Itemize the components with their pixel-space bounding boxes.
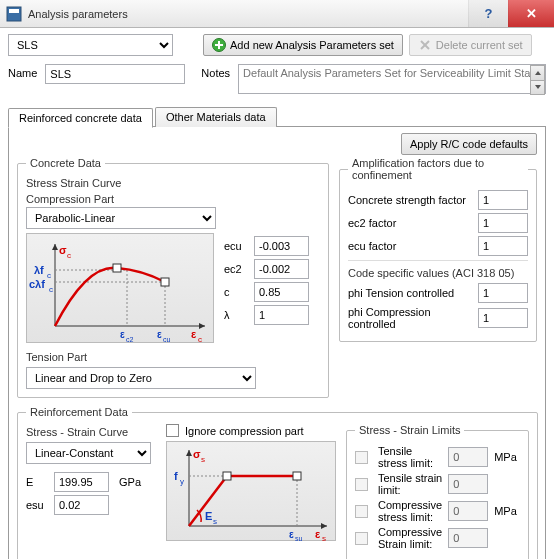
ec2f-label: ec2 factor: [348, 217, 478, 229]
svg-text:ε: ε: [120, 329, 125, 340]
tension-model-select[interactable]: Linear and Drop to Zero: [26, 367, 256, 389]
svg-marker-8: [199, 323, 205, 329]
reinf-ssc-label: Stress - Strain Curve: [26, 426, 156, 438]
svg-text:c: c: [67, 251, 71, 260]
ecuf-input[interactable]: [478, 236, 528, 256]
ec2-input[interactable]: [254, 259, 309, 279]
svg-text:s: s: [213, 517, 217, 526]
tsl-label: Tensile stress limit:: [378, 445, 442, 469]
svg-text:cu: cu: [163, 336, 171, 343]
svg-text:c: c: [198, 335, 202, 344]
delete-icon: [418, 38, 432, 52]
concrete-data-group: Concrete Data Stress Strain Curve Compre…: [17, 157, 329, 398]
esu-input[interactable]: [54, 495, 109, 515]
concrete-compression-chart: σc λfc cλfc εc2 εcu εc: [26, 233, 214, 343]
cel-checkbox[interactable]: [355, 532, 368, 545]
csl-checkbox[interactable]: [355, 505, 368, 518]
svg-text:c: c: [47, 271, 51, 280]
compression-part-label: Compression Part: [26, 193, 224, 205]
phi-t-input[interactable]: [478, 283, 528, 303]
window-title: Analysis parameters: [28, 8, 128, 20]
tension-part-label: Tension Part: [26, 351, 320, 363]
svg-text:c: c: [49, 285, 53, 294]
phi-c-label: phi Compression controlled: [348, 306, 478, 330]
plus-icon: [212, 38, 226, 52]
spin-down-icon[interactable]: [530, 81, 545, 96]
apply-defaults-button[interactable]: Apply R/C code defaults: [401, 133, 537, 155]
ecu-input[interactable]: [254, 236, 309, 256]
phi-c-input[interactable]: [478, 308, 528, 328]
amplification-legend: Amplification factors due to confinement: [348, 157, 528, 181]
phi-t-label: phi Tension controlled: [348, 287, 478, 299]
tab-other-materials[interactable]: Other Materials data: [155, 107, 277, 127]
stress-limits-legend: Stress - Strain Limits: [355, 424, 464, 436]
svg-text:su: su: [295, 535, 303, 542]
ec2-label: ec2: [224, 263, 248, 275]
reinforcement-group: Reinforcement Data Stress - Strain Curve…: [17, 406, 538, 559]
stress-strain-curve-label: Stress Strain Curve: [26, 177, 320, 189]
ecu-label: ecu: [224, 240, 248, 252]
csl-input: [448, 501, 488, 521]
svg-marker-32: [186, 450, 192, 456]
spin-up-icon[interactable]: [530, 65, 545, 81]
reinforcement-legend: Reinforcement Data: [26, 406, 132, 418]
amplification-group: Amplification factors due to confinement…: [339, 157, 537, 342]
close-button[interactable]: ✕: [508, 0, 554, 27]
toolbar: SLS Add new Analysis Parameters set Dele…: [8, 34, 546, 56]
add-parameters-set-button[interactable]: Add new Analysis Parameters set: [203, 34, 403, 56]
name-input[interactable]: [45, 64, 185, 84]
svg-text:ε: ε: [191, 328, 197, 340]
ignore-compression-checkbox[interactable]: [166, 424, 179, 437]
name-label: Name: [8, 64, 37, 79]
concrete-data-legend: Concrete Data: [26, 157, 105, 169]
code-values-label: Code specific values (ACI 318 05): [348, 267, 528, 279]
svg-rect-15: [113, 264, 121, 272]
svg-text:c2: c2: [126, 336, 134, 343]
svg-rect-35: [223, 472, 231, 480]
tsl-input: [448, 447, 488, 467]
svg-text:E: E: [205, 510, 212, 522]
E-input[interactable]: [54, 472, 109, 492]
svg-text:λf: λf: [34, 264, 44, 276]
svg-marker-10: [52, 244, 58, 250]
notes-spin[interactable]: [530, 65, 545, 95]
svg-marker-30: [321, 523, 327, 529]
csl-unit: MPa: [494, 505, 520, 517]
svg-text:cλf: cλf: [29, 278, 45, 290]
svg-rect-16: [161, 278, 169, 286]
csf-input[interactable]: [478, 190, 528, 210]
reinf-model-select[interactable]: Linear-Constant: [26, 442, 151, 464]
app-icon: [6, 6, 22, 22]
tel-label: Tensile strain limit:: [378, 472, 442, 496]
notes-area: Default Analysis Parameters Set for Serv…: [238, 64, 546, 96]
cel-input: [448, 528, 488, 548]
reinforcement-chart: σs fy Es εsu εs: [166, 441, 336, 541]
c-label: c: [224, 286, 248, 298]
tsl-unit: MPa: [494, 451, 520, 463]
tel-checkbox[interactable]: [355, 478, 368, 491]
tsl-checkbox[interactable]: [355, 451, 368, 464]
svg-text:s: s: [201, 455, 205, 464]
svg-rect-1: [9, 9, 19, 13]
ec2f-input[interactable]: [478, 213, 528, 233]
cel-label: Compressive Strain limit:: [378, 526, 442, 550]
lambda-input[interactable]: [254, 305, 309, 325]
parameters-set-select[interactable]: SLS: [8, 34, 173, 56]
delete-parameters-set-label: Delete current set: [436, 39, 523, 51]
svg-text:y: y: [180, 477, 184, 486]
notes-input[interactable]: Default Analysis Parameters Set for Serv…: [238, 64, 546, 94]
titlebar: Analysis parameters ? ✕: [0, 0, 554, 28]
svg-rect-4: [215, 44, 223, 46]
csl-label: Compressive stress limit:: [378, 499, 442, 523]
delete-parameters-set-button: Delete current set: [409, 34, 532, 56]
E-unit: GPa: [119, 476, 141, 488]
esu-label: esu: [26, 499, 48, 511]
svg-text:ε: ε: [315, 528, 321, 540]
svg-text:s: s: [322, 534, 326, 542]
compression-model-select[interactable]: Parabolic-Linear: [26, 207, 216, 229]
tel-input: [448, 474, 488, 494]
c-input[interactable]: [254, 282, 309, 302]
tab-reinforced-concrete[interactable]: Reinforced concrete data: [8, 108, 153, 128]
add-parameters-set-label: Add new Analysis Parameters set: [230, 39, 394, 51]
help-button[interactable]: ?: [468, 0, 508, 27]
